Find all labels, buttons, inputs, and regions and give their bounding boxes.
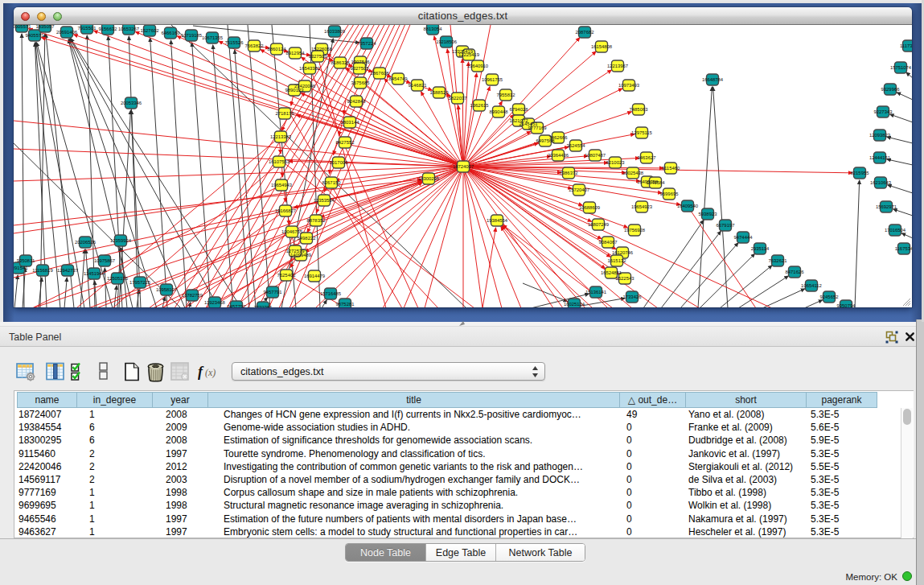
- black-edge[interactable]: [129, 36, 138, 307]
- black-edge[interactable]: [889, 114, 912, 122]
- cell-out_degree: 0: [626, 525, 685, 538]
- node-label: 8427552: [336, 140, 355, 145]
- node-label: 3675685: [351, 80, 371, 85]
- table-row[interactable]: 1872400712008Changes of HCN gene express…: [17, 408, 877, 421]
- delete-table-icon[interactable]: [170, 362, 189, 381]
- network-view-panel: citations_edges.txt 20055719405571183505…: [3, 3, 922, 322]
- node-label: 9327505: [351, 66, 370, 71]
- table-row[interactable]: 2242004622012Investigating the contribut…: [17, 460, 877, 473]
- column-header-name[interactable]: name: [17, 392, 77, 408]
- node-label: 10653267: [118, 27, 139, 31]
- node-label: 12505135: [107, 276, 129, 281]
- column-header-out_de[interactable]: △ out_de…: [620, 392, 686, 408]
- cell-year: 1997: [166, 525, 220, 538]
- black-edge[interactable]: [14, 275, 18, 307]
- black-edge[interactable]: [893, 209, 912, 216]
- black-edge[interactable]: [762, 289, 805, 307]
- cell-short: Hescheler et al. (1997): [688, 525, 807, 538]
- table-row[interactable]: 1830029562008Estimation of significance …: [17, 434, 877, 447]
- black-edge[interactable]: [643, 220, 704, 307]
- rows-icon[interactable]: [99, 362, 108, 380]
- node-label: 1588520: [430, 90, 450, 95]
- red-edge[interactable]: [462, 59, 463, 167]
- red-edge[interactable]: [463, 167, 852, 173]
- column-header-in_degree[interactable]: in_degree: [77, 392, 153, 408]
- node-label: 1017006: [330, 160, 349, 165]
- function-fx-icon[interactable]: f (x): [198, 365, 222, 380]
- node-label: 13640910: [467, 64, 489, 68]
- black-edge[interactable]: [680, 243, 738, 307]
- close-panel-icon[interactable]: [904, 331, 916, 343]
- black-edge[interactable]: [897, 93, 912, 100]
- network-table-select[interactable]: citations_edges.txt: [232, 362, 545, 381]
- red-edge[interactable]: [301, 93, 463, 167]
- column-header-title[interactable]: title: [208, 392, 620, 408]
- node-label: 9327503: [309, 54, 328, 59]
- column-header-year[interactable]: year: [153, 392, 208, 408]
- red-edge[interactable]: [501, 227, 553, 307]
- black-edge[interactable]: [171, 40, 187, 307]
- black-edge[interactable]: [901, 233, 912, 238]
- new-document-icon[interactable]: [123, 362, 141, 381]
- node-label: 8267150: [322, 180, 342, 185]
- node-label: 16210643: [870, 180, 892, 185]
- float-window-icon[interactable]: [885, 331, 898, 344]
- node-label: 7663822: [245, 43, 264, 48]
- black-edge[interactable]: [804, 300, 823, 307]
- black-edge[interactable]: [855, 180, 860, 307]
- cell-short: Yano et al. (2008): [688, 408, 807, 421]
- node-label: 9146821: [409, 83, 427, 88]
- black-edge[interactable]: [248, 25, 270, 307]
- tab-node-table[interactable]: Node Table: [346, 544, 426, 561]
- red-edge[interactable]: [463, 167, 772, 307]
- node-label: 7462666: [549, 135, 569, 140]
- network-window-titlebar[interactable]: citations_edges.txt: [14, 7, 912, 25]
- black-edge[interactable]: [108, 36, 122, 307]
- network-canvas[interactable]: 2005571940557118350572069140679155019156…: [14, 25, 912, 307]
- table-panel: Table Panel: [0, 326, 916, 585]
- red-edge[interactable]: [483, 228, 496, 307]
- black-edge[interactable]: [887, 137, 912, 143]
- resize-grip-icon[interactable]: [901, 297, 911, 307]
- table-row[interactable]: 977716911998Corpus callosum shape and si…: [17, 486, 877, 499]
- black-edge[interactable]: [738, 276, 788, 307]
- red-edge[interactable]: [447, 49, 463, 167]
- black-edge[interactable]: [713, 87, 728, 307]
- delete-trash-icon[interactable]: [146, 362, 165, 382]
- table-row[interactable]: 911546021997Tourette syndrome. Phenomeno…: [17, 447, 877, 460]
- column-header-pagerank[interactable]: pagerank: [807, 392, 877, 408]
- table-row[interactable]: 1456911722003Disruption of a novel membe…: [17, 473, 877, 486]
- tab-edge-table[interactable]: Edge Table: [426, 544, 496, 561]
- cell-year: 1998: [166, 486, 220, 499]
- red-edge[interactable]: [383, 167, 463, 307]
- black-edge[interactable]: [887, 159, 912, 165]
- red-edge[interactable]: [463, 167, 502, 307]
- column-header-short[interactable]: short: [686, 392, 807, 408]
- node-label: 9699695: [660, 192, 680, 196]
- table-settings-icon[interactable]: [16, 362, 36, 381]
- node-label: 9227343: [874, 109, 893, 114]
- table-scrollbar[interactable]: [901, 408, 913, 538]
- black-edge[interactable]: [69, 39, 157, 307]
- node-label: 16409540: [677, 204, 699, 208]
- table-row[interactable]: 1938455462009Genome‑wide association stu…: [17, 421, 877, 434]
- node-label: 8454749: [389, 76, 408, 81]
- red-edge[interactable]: [14, 179, 421, 225]
- row-select-icon[interactable]: [71, 362, 85, 381]
- node-label: 1362615: [470, 103, 490, 108]
- node-label: 10025438: [622, 171, 644, 175]
- black-edge[interactable]: [906, 72, 912, 78]
- tab-network-table[interactable]: Network Table: [496, 544, 585, 561]
- red-edge[interactable]: [463, 167, 483, 307]
- column-select-icon[interactable]: [46, 362, 64, 381]
- cell-out_degree: 49: [626, 408, 685, 421]
- cell-in_degree: 2: [89, 473, 162, 486]
- black-edge[interactable]: [523, 283, 568, 302]
- node-label: 1117343: [900, 43, 912, 48]
- table-row[interactable]: 969969511998Structural magnetic resonanc…: [17, 499, 877, 512]
- table-row[interactable]: 946362711997Embryonic stem cells: a mode…: [17, 525, 877, 538]
- black-edge[interactable]: [114, 286, 117, 307]
- table-row[interactable]: 946554611997Estimation of the future num…: [17, 513, 877, 525]
- table-scrollbar-thumb[interactable]: [903, 409, 911, 425]
- black-edge[interactable]: [888, 185, 912, 193]
